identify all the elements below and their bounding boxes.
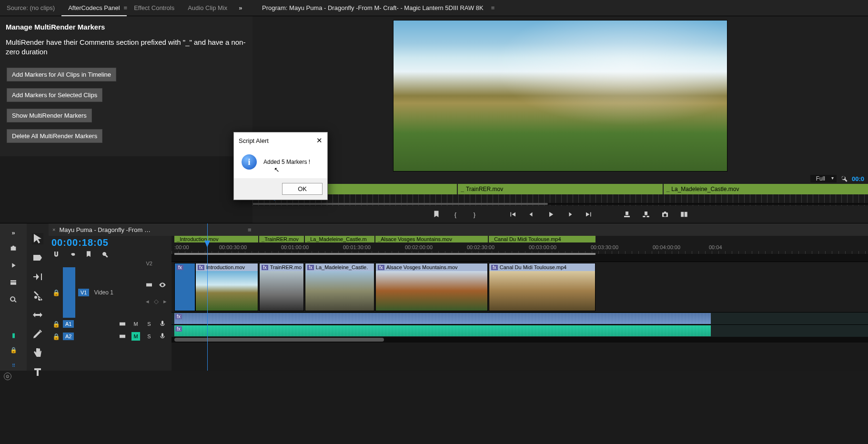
export-frame-icon[interactable]	[661, 210, 669, 219]
a2-track-header[interactable]: 🔒 A2 M S	[49, 330, 172, 343]
timeline-canvas[interactable]: ≡ _Introduction.mov_TrainRER.mov_La_Made…	[172, 223, 868, 371]
timeline-marker-chip[interactable]: _Introduction.mov	[174, 236, 258, 242]
tab-source[interactable]: Source: (no clips)	[0, 0, 61, 16]
info-icon[interactable]	[7, 277, 20, 288]
linked-selection-icon[interactable]	[69, 251, 76, 258]
timeline-track-headers: × Mayu Puma - Dragonfly -From M- Craft- …	[49, 223, 172, 371]
a2-mute-button[interactable]: M	[131, 332, 140, 341]
mark-out-icon[interactable]: }	[470, 210, 479, 219]
timeline-ruler[interactable]: :00:0000:00:30:0000:01:00:0000:01:30:000…	[172, 243, 868, 254]
v1-lock-icon[interactable]: 🔒	[52, 289, 60, 296]
dialog-ok-button[interactable]: OK	[282, 183, 323, 195]
creative-cloud-icon[interactable]: ⊙	[4, 373, 11, 380]
v1-track-header[interactable]: 🔒 V1 Video 1 ◂ ◇ ▸	[49, 267, 172, 318]
program-marker-chip[interactable]: _TrainRER.mov	[458, 184, 662, 194]
step-back-icon[interactable]	[527, 210, 536, 219]
close-sequence-icon[interactable]: ×	[52, 227, 55, 232]
marker-icon[interactable]	[85, 251, 92, 258]
a2-toggle-icon[interactable]	[118, 332, 127, 341]
a1-toggle-icon[interactable]	[118, 320, 127, 328]
delete-multirender-markers-button[interactable]: Delete All MultiRender Markers	[7, 129, 102, 143]
settings-wrench-icon[interactable]	[840, 175, 848, 182]
comparison-view-icon[interactable]	[680, 210, 688, 219]
show-multirender-markers-button[interactable]: Show MultiRender Markers	[7, 109, 92, 122]
audio-clip[interactable]: fx	[174, 313, 711, 324]
type-tool[interactable]	[32, 366, 43, 378]
a2-voice-icon[interactable]	[158, 332, 167, 341]
timeline-clip[interactable]: fx	[174, 263, 195, 311]
timeline-playhead-timecode[interactable]: 00:00:18:05	[51, 237, 109, 248]
a1-lock-icon[interactable]: 🔒	[52, 321, 60, 328]
add-markers-all-button[interactable]: Add Markers for All Clips in Timeline	[7, 68, 116, 81]
dialog-close-icon[interactable]: ✕	[316, 136, 323, 145]
ruler-tick-label: 00:02:30:00	[467, 244, 495, 250]
extract-icon[interactable]	[642, 210, 650, 219]
search-icon[interactable]	[7, 294, 20, 305]
timeline-marker-chip[interactable]: _Alsace Vosges Mountains.mov	[375, 236, 488, 242]
slip-tool[interactable]	[32, 309, 43, 321]
timeline-marker-chip[interactable]: _TrainRER.mov	[259, 236, 304, 242]
lock-indicator-icon: 🔒	[10, 347, 17, 353]
a2-lock-icon[interactable]: 🔒	[52, 333, 60, 340]
track-select-tool[interactable]	[32, 252, 43, 263]
dialog-message: Added 5 Markers !	[263, 159, 310, 165]
program-scrollbar[interactable]	[252, 203, 868, 205]
expand-panel-icon[interactable]: »	[11, 229, 15, 236]
timeline-clip[interactable]: fxIntroduction.mov	[195, 263, 258, 311]
program-time-ruler[interactable]	[252, 194, 868, 206]
add-marker-icon[interactable]	[432, 210, 441, 219]
a1-track[interactable]: fx	[172, 312, 868, 324]
a1-track-header[interactable]: 🔒 A1 M S	[49, 318, 172, 330]
sequence-tab[interactable]: Mayu Puma - Dragonfly -From M- Craft- - …	[59, 226, 154, 233]
mark-in-icon[interactable]: {	[451, 210, 460, 219]
a2-solo-button[interactable]: S	[145, 332, 153, 341]
v1-add-keyframe-icon[interactable]: ◇	[154, 298, 159, 305]
v1-eye-icon[interactable]	[158, 281, 167, 289]
timeline-playhead[interactable]	[207, 223, 208, 371]
audio-clip[interactable]: fx	[174, 325, 711, 336]
timeline-inout-bar[interactable]	[174, 253, 595, 255]
a2-track[interactable]: fx	[172, 324, 868, 337]
v1-prev-keyframe-icon[interactable]: ◂	[146, 298, 149, 305]
hand-tool[interactable]	[32, 347, 43, 359]
go-to-in-icon[interactable]	[508, 210, 517, 219]
settings-icon[interactable]	[101, 251, 109, 258]
play-icon[interactable]	[546, 210, 555, 219]
timeline-clip[interactable]: fxTrainRER.mo	[259, 263, 304, 311]
tab-aftercodecs[interactable]: AfterCodecs Panel	[61, 0, 126, 16]
selection-tool[interactable]	[32, 233, 43, 244]
timeline-horizontal-scrollbar[interactable]	[172, 337, 868, 343]
program-marker-chip[interactable]: _La_Madeleine_Castle.mov	[664, 184, 868, 194]
tab-effect-controls[interactable]: Effect Controls	[127, 0, 181, 16]
a1-solo-button[interactable]: S	[145, 320, 153, 328]
timeline-clip[interactable]: fxLa_Madeleine_Castle.	[305, 263, 374, 311]
add-markers-selected-button[interactable]: Add Markers for Selected Clips	[7, 88, 102, 102]
timeline-marker-chip[interactable]: _La_Madeleine_Castle.m	[305, 236, 374, 242]
v1-source-chip[interactable]: V1	[78, 289, 89, 296]
ruler-tick-label: 00:04	[709, 244, 722, 250]
media-browser-icon[interactable]	[7, 243, 20, 253]
v1-track[interactable]: fxfxIntroduction.movfxTrainRER.mofxLa_Ma…	[172, 262, 868, 312]
a1-voice-icon[interactable]	[158, 320, 167, 328]
project-sidebar: » ▮ 🔒 ⠿	[0, 223, 27, 371]
a2-chip[interactable]: A2	[63, 333, 74, 340]
a1-chip[interactable]: A1	[63, 320, 74, 328]
tab-audio-clip-mixer[interactable]: Audio Clip Mix	[181, 0, 234, 16]
a1-mute-button[interactable]: M	[131, 320, 140, 328]
timeline-clip[interactable]: fxAlsace Vosges Mountains.mov	[375, 263, 488, 311]
snap-icon[interactable]	[52, 251, 60, 258]
tabs-overflow[interactable]: »	[234, 4, 247, 11]
v1-toggle-output-icon[interactable]	[145, 281, 153, 289]
step-forward-icon[interactable]	[565, 210, 574, 219]
v1-next-keyframe-icon[interactable]: ▸	[163, 298, 167, 305]
timeline-marker-chip[interactable]: _Canal Du Midi Toulouse.mp4	[489, 236, 595, 242]
ripple-edit-tool[interactable]	[32, 271, 43, 283]
libraries-icon[interactable]	[7, 260, 20, 271]
pen-tool[interactable]	[32, 328, 43, 340]
timeline-clip[interactable]: fxCanal Du Midi Toulouse.mp4	[489, 263, 595, 311]
go-to-out-icon[interactable]	[585, 210, 593, 219]
lift-icon[interactable]	[623, 210, 631, 219]
razor-tool[interactable]	[32, 290, 43, 302]
tab-program[interactable]: Program: Mayu Puma - Dragonfly -From M- …	[257, 4, 488, 11]
zoom-level-dropdown[interactable]: Full	[810, 175, 837, 182]
